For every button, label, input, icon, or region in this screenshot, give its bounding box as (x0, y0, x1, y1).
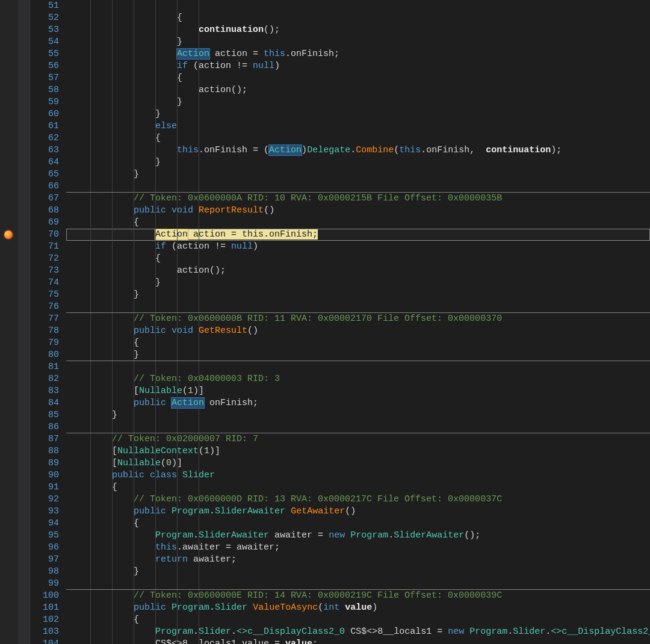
code-line[interactable]: { (66, 337, 650, 349)
token-pun (69, 627, 155, 637)
code-line[interactable]: public class Slider (66, 469, 650, 481)
token-pun: . (388, 530, 394, 540)
code-line[interactable]: Program.SliderAwaiter awaiter = new Prog… (66, 530, 650, 542)
code-line[interactable]: } (66, 409, 650, 421)
code-line[interactable]: } (66, 96, 650, 108)
line-number: 95 (30, 530, 59, 542)
code-line[interactable]: action(); (66, 265, 650, 277)
code-line[interactable]: CS$<>8__locals1.value = value; (66, 638, 650, 644)
code-line[interactable]: else (66, 120, 650, 132)
line-number: 65 (30, 169, 59, 181)
code-line[interactable]: } (66, 349, 650, 361)
code-line[interactable]: action(); (66, 84, 650, 96)
code-line[interactable]: // Token: 0x0600000E RID: 14 RVA: 0x0000… (66, 590, 650, 602)
code-line[interactable]: } (66, 289, 650, 301)
token-pun: } (69, 277, 161, 288)
code-line[interactable]: if (action != null) (66, 241, 650, 253)
code-line[interactable]: this.onFinish = (Action)Delegate.Combine… (66, 144, 650, 156)
code-editor[interactable]: 5152535455565758596061626364656667686970… (0, 0, 650, 644)
code-line[interactable]: // Token: 0x04000003 RID: 3 (66, 373, 650, 385)
token-pun: ( (318, 602, 323, 613)
code-line[interactable] (66, 578, 650, 590)
code-line[interactable]: [Nullable(0)] (66, 457, 650, 469)
token-pun: )] (172, 458, 182, 468)
code-line[interactable]: { (66, 253, 650, 265)
code-line[interactable]: } (66, 277, 650, 289)
code-line[interactable]: public Action onFinish; (66, 397, 650, 409)
token-type: Program (172, 506, 209, 516)
line-number: 70 (30, 229, 59, 241)
token-pun: () (345, 506, 356, 516)
code-line[interactable]: [NullableContext(1)] (66, 445, 650, 457)
code-line[interactable]: // Token: 0x0600000D RID: 13 RVA: 0x0000… (66, 494, 650, 506)
code-line[interactable]: return awaiter; (66, 554, 650, 566)
code-line[interactable]: } (66, 108, 650, 120)
line-number: 58 (30, 84, 59, 96)
token-mtdO: GetResult (199, 326, 247, 336)
code-line[interactable]: public void ReportResult() (66, 205, 650, 217)
line-number: 94 (30, 518, 59, 530)
token-pun (69, 121, 155, 131)
code-line[interactable] (66, 301, 650, 313)
token-pun (247, 602, 253, 613)
token-pun (166, 398, 172, 408)
token-pun: { (69, 253, 161, 264)
code-line[interactable]: Action action = this.onFinish; (66, 229, 650, 241)
code-line[interactable] (66, 361, 650, 373)
token-type: NullableContext (117, 446, 199, 456)
code-line[interactable]: // Token: 0x0600000B RID: 11 RVA: 0x0000… (66, 313, 650, 325)
code-line[interactable]: continuation(); (66, 24, 650, 36)
breakpoint-icon[interactable] (4, 231, 13, 239)
line-number: 74 (30, 277, 59, 289)
code-line[interactable]: } (66, 566, 650, 578)
code-line[interactable]: Program.Slider.<>c__DisplayClass2_0 CS$<… (66, 626, 650, 638)
line-number: 81 (30, 361, 59, 373)
token-pun: . (350, 145, 356, 155)
code-line[interactable] (66, 421, 650, 433)
line-number: 93 (30, 506, 59, 518)
code-line[interactable]: { (66, 132, 650, 144)
breakpoint-margin[interactable] (0, 0, 18, 644)
token-fld: value (242, 639, 269, 644)
code-line[interactable]: } (66, 169, 650, 181)
token-kw: public (134, 205, 166, 215)
code-line[interactable]: { (66, 481, 650, 494)
code-area[interactable]: { continuation(); } Action action = this… (66, 0, 650, 644)
code-line[interactable]: { (66, 614, 650, 626)
token-pun: . (199, 145, 204, 155)
token-pun (345, 530, 350, 540)
code-line[interactable]: { (66, 72, 650, 84)
token-type: Program (172, 602, 209, 613)
token-pun (69, 25, 199, 35)
token-pun: action(); (69, 265, 226, 276)
token-kw: public (112, 470, 144, 480)
code-line[interactable]: } (66, 156, 650, 169)
code-line[interactable]: this.awaiter = awaiter; (66, 542, 650, 554)
code-line[interactable]: // Token: 0x02000007 RID: 7 (66, 433, 650, 445)
token-pun (177, 470, 182, 480)
code-line[interactable]: { (66, 12, 650, 24)
code-line[interactable] (66, 181, 650, 193)
code-line[interactable]: { (66, 217, 650, 229)
code-line[interactable]: if (action != null) (66, 60, 650, 72)
token-pun (69, 61, 177, 71)
token-pun: awaiter = (269, 530, 329, 540)
code-line[interactable]: public Program.SliderAwaiter GetAwaiter(… (66, 506, 650, 518)
token-pun: )] (193, 386, 204, 396)
code-line[interactable]: public void GetResult() (66, 325, 650, 337)
token-type: Slider (199, 627, 231, 637)
token-pun (69, 506, 134, 516)
code-line[interactable]: // Token: 0x0600000A RID: 10 RVA: 0x0000… (66, 193, 650, 205)
code-line[interactable] (66, 0, 650, 12)
code-line[interactable]: Action action = this.onFinish; (66, 48, 650, 60)
code-line[interactable]: } (66, 36, 650, 48)
token-pun: () (264, 205, 274, 215)
token-pun (69, 241, 155, 252)
line-number: 62 (30, 132, 59, 144)
code-line[interactable]: public Program.Slider ValueToAsync(int v… (66, 602, 650, 614)
token-typeBoxed: Action (269, 145, 302, 155)
member-separator (66, 589, 650, 590)
code-line[interactable]: [Nullable(1)] (66, 385, 650, 397)
token-pun: (); (464, 530, 480, 540)
code-line[interactable]: { (66, 518, 650, 530)
